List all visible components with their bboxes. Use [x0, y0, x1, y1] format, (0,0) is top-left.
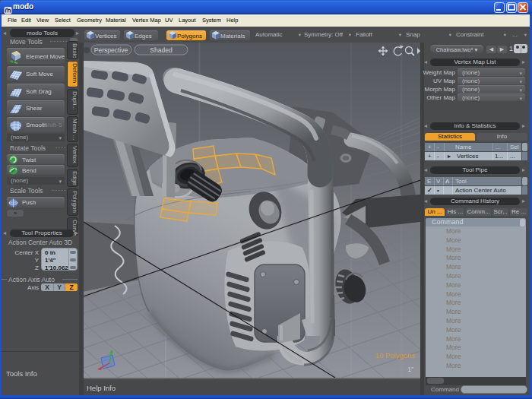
svg-text:Perspective: Perspective — [94, 46, 128, 54]
svg-text:1": 1" — [407, 366, 413, 373]
svg-text:Shaded: Shaded — [150, 46, 173, 54]
svg-text:10 Polygons: 10 Polygons — [375, 351, 416, 359]
